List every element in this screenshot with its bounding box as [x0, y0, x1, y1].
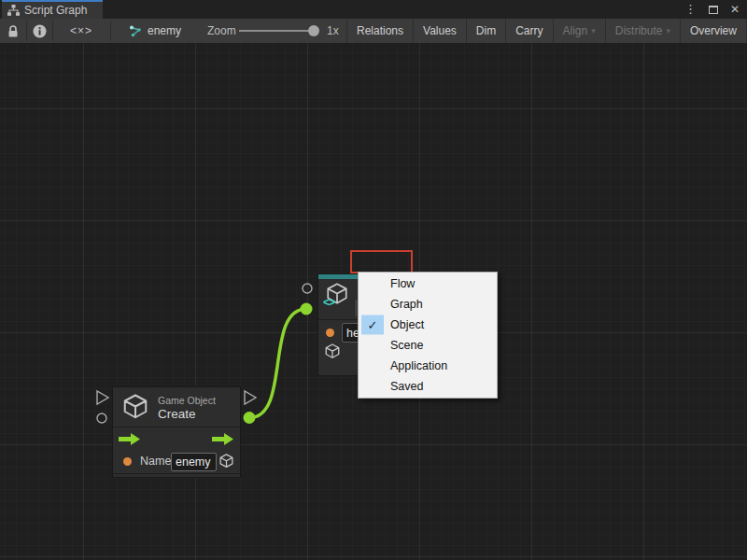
lock-icon — [7, 24, 20, 38]
zoom-slider-handle[interactable] — [308, 25, 319, 36]
info-button[interactable] — [28, 19, 50, 43]
graph-icon — [129, 25, 142, 37]
menu-item-saved[interactable]: Saved — [359, 376, 497, 397]
name-input[interactable] — [171, 453, 217, 471]
window-controls: ⋮ ✕ — [684, 0, 740, 19]
align-button[interactable]: Align ▾ — [553, 19, 605, 43]
relations-button[interactable]: Relations — [346, 19, 413, 43]
tab-script-graph[interactable]: Script Graph — [2, 0, 103, 19]
lock-button[interactable] — [2, 19, 24, 43]
breadcrumb[interactable]: enemy — [129, 19, 181, 43]
carry-button[interactable]: Carry — [505, 19, 552, 43]
menu-item-application[interactable]: Application — [359, 356, 497, 376]
close-icon[interactable]: ✕ — [730, 0, 740, 19]
flow-out-arrow-icon — [212, 433, 234, 445]
variable-kind-menu: Flow Graph ✓ Object Scene Application Sa… — [358, 272, 498, 399]
zoom-value: 1x — [327, 24, 339, 37]
toolbar-separator — [26, 21, 27, 41]
info-icon — [33, 24, 47, 38]
code-view-button[interactable]: <×> — [54, 19, 108, 43]
value-port-dot — [123, 457, 132, 466]
dim-button[interactable]: Dim — [466, 19, 505, 43]
script-graph-window: Script Graph ⋮ ✕ <×> — [0, 0, 747, 560]
variable-brackets-icon: <> — [323, 296, 334, 309]
create-name-port[interactable] — [97, 413, 106, 423]
code-icon: <×> — [70, 24, 92, 37]
maximize-icon[interactable] — [709, 6, 718, 14]
check-box: ✓ — [361, 315, 384, 335]
create-game-object-node[interactable]: Game Object Create Name — [112, 386, 241, 478]
create-output-port-connected[interactable] — [244, 412, 256, 424]
hierarchy-icon — [7, 5, 20, 16]
window-menu-icon[interactable]: ⋮ — [684, 0, 697, 19]
menu-item-graph[interactable]: Graph — [359, 294, 497, 315]
flow-in-arrow-icon — [119, 433, 141, 445]
check-icon: ✓ — [368, 318, 378, 332]
cube-icon — [121, 394, 149, 420]
menu-item-flow[interactable]: Flow — [359, 273, 497, 294]
create-flow-in-port[interactable] — [97, 391, 108, 404]
menu-item-object[interactable]: ✓ Object — [359, 315, 497, 335]
getvar-name-port[interactable] — [303, 284, 312, 293]
node-title: Create — [158, 407, 196, 421]
node-category: Game Object — [158, 395, 216, 406]
breadcrumb-label: enemy — [148, 24, 181, 37]
chevron-down-icon: ▾ — [666, 26, 670, 35]
values-button[interactable]: Values — [413, 19, 466, 43]
node-divider — [113, 427, 240, 427]
toolbar-separator — [52, 21, 53, 41]
name-port-label: Name — [140, 455, 171, 468]
connection-wire[interactable] — [249, 309, 306, 418]
chevron-down-icon: ▾ — [591, 26, 596, 35]
object-port-cube-icon — [324, 343, 341, 359]
zoom-slider-track[interactable] — [239, 30, 317, 32]
titlebar: Script Graph ⋮ ✕ — [0, 0, 747, 19]
graph-toolbar: <×> enemy Zoom 1x Relations Values Dim C… — [0, 19, 747, 43]
value-port-dot — [326, 329, 334, 337]
zoom-label: Zoom — [207, 24, 236, 37]
distribute-button[interactable]: Distribute ▾ — [605, 19, 680, 43]
menu-item-scene[interactable]: Scene — [359, 335, 497, 356]
create-flow-out-port[interactable] — [245, 391, 256, 404]
overview-button[interactable]: Overview — [680, 19, 746, 43]
tab-title: Script Graph — [24, 4, 87, 17]
output-cube-icon — [218, 454, 234, 469]
getvar-input-port-connected[interactable] — [301, 303, 313, 315]
toolbar-separator — [110, 21, 111, 41]
node-divider — [113, 473, 240, 474]
toolbar-buttons: Relations Values Dim Carry Align ▾ Distr… — [346, 19, 747, 43]
